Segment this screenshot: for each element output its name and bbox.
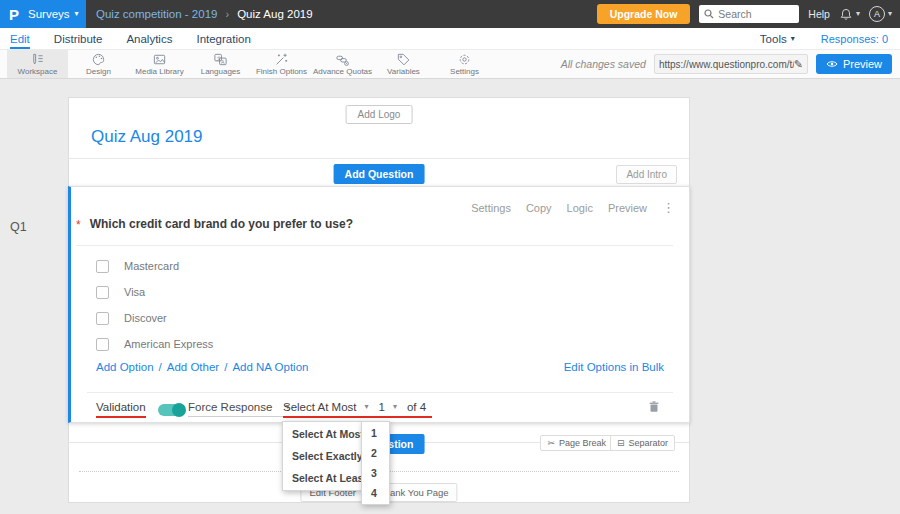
checkbox-icon[interactable] [96, 260, 109, 273]
toolbar-item-advance-quotas[interactable]: Advance Quotas [312, 50, 373, 78]
question-settings-link[interactable]: Settings [471, 202, 511, 214]
toolbar-item-languages[interactable]: 文A Languages [190, 50, 251, 78]
tools-menu[interactable]: Tools ▾ [760, 33, 795, 45]
account-menu[interactable]: A ▾ [869, 6, 892, 22]
add-question-button-top[interactable]: Add Question [334, 164, 425, 184]
separator-icon: ⊟ [617, 439, 625, 448]
question-actions: Settings Copy Logic Preview ⋮ [471, 200, 675, 215]
workspace-toolbar: Workspace Design Media Library 文A Langua… [0, 50, 900, 79]
separator-button[interactable]: ⊟ Separator [610, 435, 675, 451]
question-more-menu-icon[interactable]: ⋮ [662, 200, 675, 215]
survey-url-box[interactable]: ✎ [654, 54, 808, 74]
validation-rule-group: Select At Most ▾ 1 ▾ of 4 [283, 401, 426, 413]
tab-integration[interactable]: Integration [196, 28, 250, 49]
toolbar-item-design[interactable]: Design [68, 50, 129, 78]
option-row[interactable]: American Express [96, 331, 213, 357]
surveys-product-menu[interactable]: Surveys ▾ [28, 8, 79, 20]
topbar-right-group: Upgrade Now Help ▾ A ▾ [597, 4, 900, 24]
menu-item-count-2[interactable]: 2 [362, 443, 389, 463]
validation-row: Validation Force Response ▾ Select At Mo… [96, 398, 664, 422]
surveys-menu-label: Surveys [28, 8, 70, 20]
page-break-icon: ✂ [547, 439, 555, 448]
option-row[interactable]: Visa [96, 279, 213, 305]
checkbox-icon[interactable] [96, 312, 109, 325]
validation-toggle[interactable] [158, 404, 185, 416]
notifications-menu[interactable]: ▾ [839, 7, 860, 22]
search-box[interactable] [699, 5, 799, 23]
navbar-right-group: Tools ▾ Responses: 0 [760, 33, 900, 45]
question-number-label: Q1 [10, 220, 27, 234]
toolbar-item-label: Workspace [18, 67, 58, 76]
breadcrumb-folder-link[interactable]: Quiz competition - 2019 [96, 8, 217, 20]
questionpro-logo: P [9, 6, 19, 23]
option-row[interactable]: Mastercard [96, 253, 213, 279]
tab-distribute[interactable]: Distribute [54, 28, 103, 49]
logo-area[interactable]: P Surveys ▾ [0, 0, 86, 28]
validation-label: Validation [96, 401, 146, 418]
chevron-down-icon: ▾ [888, 10, 892, 18]
toolbar-item-variables[interactable]: Variables [373, 50, 434, 78]
tab-edit[interactable]: Edit [10, 28, 30, 49]
toolbar-item-label: Media Library [135, 67, 183, 76]
rule-dropdown-menu: Select At Most Select Exactly Select At … [282, 421, 362, 491]
languages-icon: 文A [213, 52, 228, 67]
menu-item-select-at-most[interactable]: Select At Most [283, 423, 361, 445]
edit-options-in-bulk-link[interactable]: Edit Options in Bulk [564, 361, 664, 373]
help-link[interactable]: Help [808, 8, 830, 20]
tab-analytics[interactable]: Analytics [126, 28, 172, 49]
question-copy-link[interactable]: Copy [526, 202, 552, 214]
toolbar-item-label: Design [86, 67, 111, 76]
toolbar-item-finish-options[interactable]: Finish Options [251, 50, 312, 78]
count-selected-value: 1 [379, 401, 385, 413]
toolbar-item-workspace[interactable]: Workspace [7, 50, 68, 78]
count-dropdown[interactable]: 1 ▾ [379, 401, 397, 413]
add-intro-button[interactable]: Add Intro [616, 165, 677, 184]
checkbox-icon[interactable] [96, 286, 109, 299]
add-option-link[interactable]: Add Option [96, 361, 154, 373]
rule-dropdown[interactable]: Select At Most ▾ [283, 401, 369, 413]
nav-tabs: Edit Distribute Analytics Integration [0, 28, 251, 49]
toolbar-item-settings[interactable]: Settings [434, 50, 495, 78]
menu-item-count-1[interactable]: 1 [362, 423, 389, 443]
menu-item-count-3[interactable]: 3 [362, 463, 389, 483]
survey-url-input[interactable] [659, 59, 794, 70]
add-other-link[interactable]: Add Other [167, 361, 219, 373]
question-text[interactable]: Which credit card brand do you prefer to… [90, 217, 353, 232]
toolbar-item-label: Variables [387, 67, 420, 76]
survey-title[interactable]: Quiz Aug 2019 [91, 127, 203, 147]
search-input[interactable] [718, 8, 788, 20]
option-label[interactable]: American Express [124, 338, 213, 350]
question-preview-link[interactable]: Preview [608, 202, 647, 214]
question-logic-link[interactable]: Logic [567, 202, 593, 214]
toolbar-item-media-library[interactable]: Media Library [129, 50, 190, 78]
toolbar-item-label: Advance Quotas [313, 67, 372, 76]
checkbox-icon[interactable] [96, 338, 109, 351]
option-label[interactable]: Discover [124, 312, 167, 324]
chevron-down-icon: ▾ [791, 35, 795, 43]
delete-question-button[interactable] [647, 400, 661, 418]
force-response-dropdown[interactable]: Force Response ▾ [188, 401, 289, 417]
chevron-down-icon: ▾ [393, 403, 397, 411]
add-na-option-link[interactable]: Add NA Option [232, 361, 308, 373]
media-library-icon [152, 52, 167, 67]
chevron-down-icon: ▾ [856, 10, 860, 18]
preview-button[interactable]: Preview [816, 54, 892, 74]
page-break-label: Page Break [559, 438, 606, 448]
add-logo-button[interactable]: Add Logo [346, 105, 413, 124]
menu-item-count-4[interactable]: 4 [362, 483, 389, 503]
chevron-down-icon: ▾ [75, 10, 79, 18]
of-total-label: of 4 [407, 401, 426, 413]
option-label[interactable]: Mastercard [124, 260, 179, 272]
menu-item-select-exactly[interactable]: Select Exactly [283, 445, 361, 467]
responses-count[interactable]: Responses: 0 [821, 33, 888, 45]
menu-item-select-at-least[interactable]: Select At Least [283, 467, 361, 489]
slash-separator: / [159, 361, 162, 373]
upgrade-now-button[interactable]: Upgrade Now [597, 4, 691, 24]
survey-nav-bar: Edit Distribute Analytics Integration To… [0, 28, 900, 50]
page-break-button[interactable]: ✂ Page Break [540, 435, 613, 451]
option-label[interactable]: Visa [124, 286, 145, 298]
advance-quotas-icon [335, 52, 350, 67]
option-row[interactable]: Discover [96, 305, 213, 331]
eye-icon [826, 60, 838, 68]
edit-url-pencil-icon[interactable]: ✎ [794, 58, 803, 71]
